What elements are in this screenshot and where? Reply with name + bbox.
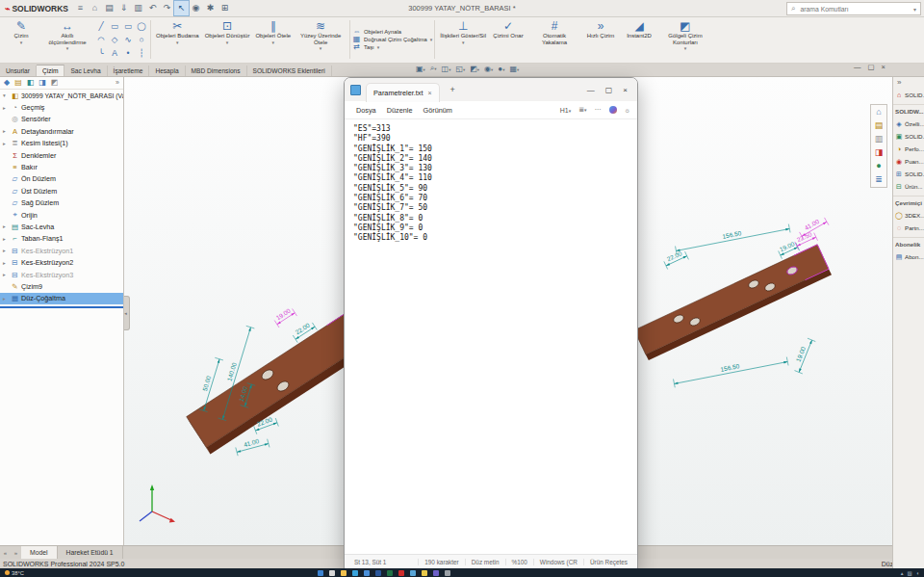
ribbon-hızlı-çizim[interactable]: »Hızlı Çizim [581,17,620,62]
taskpane-item-puan[interactable]: ◉Puan... [893,155,924,168]
dimension-41.00[interactable]: 41.00 [235,435,270,456]
expand-arrow-icon[interactable]: ▸ [3,141,9,146]
network-icon[interactable]: ▧ [907,570,911,576]
custom-properties-icon[interactable]: ≣ [875,174,883,185]
tab-i-şaretleme[interactable]: İşaretleme [108,66,150,76]
ribbon-instant2d[interactable]: ◢Instant2D [620,17,658,62]
taskbar-icon-solidworks[interactable] [398,570,404,576]
tree-item-bakır[interactable]: ≡Bakır [0,161,123,172]
save-icon[interactable]: ⇓ [116,1,131,15]
tree-item-taban-flanş1[interactable]: ▸⌐Taban-Flanş1 [0,233,123,245]
ribbon-taşı[interactable]: ⇄Taşı▾ [352,44,432,50]
tree-item-çizim9[interactable]: ✎Çizim9 [0,280,123,292]
ribbon-çizimi-onar[interactable]: ✓Çizimi Onar [489,17,527,62]
tree-item-sac-levha[interactable]: ▸▤Sac-Levha [0,221,123,232]
menu-dosya[interactable]: Dosya [351,104,381,117]
tree-pane-expand-icon[interactable]: » [116,79,119,86]
view-orientation-icon[interactable]: ◱▾ [455,65,465,73]
menu-gorunum[interactable]: Görünüm [418,104,456,117]
dimxpert-manager-icon[interactable]: ◨ [38,78,46,87]
command-search[interactable]: ⌕ ▾ [786,2,921,15]
previous-icon[interactable]: « [0,546,11,559]
tree-item-kesim-listesi-1[interactable]: ▸≣Kesim listesi(1) [0,138,123,149]
tree-item-orijin[interactable]: ⌖Orijin [0,209,123,221]
ribbon-çizim[interactable]: ✎Çizim▾ [2,17,40,62]
dimension-19.00[interactable]: 19.00 [272,305,297,328]
expand-arrow-icon[interactable]: ▸ [3,272,9,277]
tree-item-kes-ekstrüzyon2[interactable]: ▸⊟Kes-Ekstrüzyon2 [0,256,123,268]
tab-solidworks-eklentileri[interactable]: SOLIDWORKS Eklentileri [247,66,332,76]
taskpane-item-3dex[interactable]: ◯3DEX... [893,209,924,222]
taskbar-weather[interactable]: 38°C [0,570,24,576]
taskpane-item-perfo[interactable]: ◑Perfo... [893,143,924,155]
print-icon[interactable]: ▥ [131,1,145,15]
dimension-156.50[interactable]: 156.50 [675,221,790,255]
taskbar-icon-chrome[interactable] [422,570,427,576]
settings-icon[interactable]: ✱ [203,1,218,15]
taskbar-icon-notepad[interactable] [410,570,416,576]
tree-item-ön-düzlem[interactable]: ▱Ön Düzlem [0,173,123,185]
rebuild-icon[interactable]: ◉ [189,1,203,15]
file-explorer-icon[interactable]: ▥ [875,134,884,144]
right-bar-top-face[interactable] [634,245,829,354]
property-manager-icon[interactable]: ▤ [14,78,22,87]
display-manager-icon[interactable]: ◩ [51,78,59,87]
tab-close-icon[interactable]: × [428,90,432,96]
more-icon[interactable]: ⋯ [595,106,602,114]
taskpane-item-ürün[interactable]: ⊟Ürün... [893,180,924,193]
circle-icon[interactable]: ◯ [135,19,148,33]
close-icon[interactable]: × [882,63,886,71]
dimension-19.00[interactable]: 19.00 [791,337,816,374]
ribbon-otomatik-yakalama[interactable]: #Otomatik Yakalama [527,17,581,62]
dimension-22.00[interactable]: 22.00 [662,249,688,270]
tab-mbd-dimensions[interactable]: MBD Dimensions [186,66,247,76]
appearances-icon[interactable]: ● [876,161,881,171]
settings-icon[interactable]: ☼ [625,107,630,114]
ribbon-doğrusal-çizim-çoğaltma[interactable]: ▦Doğrusal Çizim Çoğaltma▾ [352,37,432,42]
taskpane-item-özelli[interactable]: ◈Özelli... [893,118,924,130]
ribbon-yüzey-üzerinde-ötele[interactable]: ≋Yüzey Üzerinde Ötele▾ [294,17,347,62]
configuration-manager-icon[interactable]: ◧ [27,78,35,87]
taskbar-icon-settings[interactable] [445,570,450,576]
redo-icon[interactable]: ↷ [160,1,174,15]
tab-unsurlar[interactable]: Unsurlar [0,66,37,76]
expand-arrow-icon[interactable]: ▸ [3,223,9,229]
arc-icon[interactable]: ◠ [94,33,108,46]
ribbon-objeleri-budama[interactable]: ✂Objeleri Budama▾ [153,17,202,62]
tab-çizim[interactable]: Çizim [37,65,64,76]
expand-arrow-icon[interactable]: ▸ [3,260,9,266]
ribbon-objeleri-aynala[interactable]: ⇔Objeleri Aynala [352,29,432,35]
expand-arrow-icon[interactable]: ▸ [3,296,9,302]
ribbon-gölgeli-çizim-konturları[interactable]: ◩Gölgeli Çizim Konturları▾ [658,17,712,62]
undo-icon[interactable]: ↶ [145,1,160,15]
view-palette-icon[interactable]: ◨ [875,147,884,158]
design-library-icon[interactable]: ▤ [875,120,884,131]
tree-item-sağ-düzlem[interactable]: ▱Sağ Düzlem [0,197,123,209]
restore-icon[interactable]: ▢ [868,63,875,71]
tab-hesapla[interactable]: Hesapla [149,66,185,76]
task-pane-expander[interactable]: » [893,76,924,89]
polygon-icon[interactable]: ◇ [108,33,121,46]
dimension-156.50[interactable]: 156.50 [673,354,788,388]
tree-item-denklemler[interactable]: ΣDenklemler [0,149,123,161]
expand-arrow-icon[interactable]: ▸ [3,248,9,253]
close-icon[interactable]: × [623,86,628,94]
hide-show-icon[interactable]: ◉▾ [484,65,493,73]
tree-item-detaylandırmalar[interactable]: ▸ADetaylandırmalar [0,125,123,137]
taskbar-icon-start[interactable] [318,570,323,576]
point-icon[interactable]: • [121,46,135,60]
taskbar-icon-mail[interactable] [364,570,370,576]
heading-icon[interactable]: H1▾ [560,107,571,114]
menu-duzenle[interactable]: Düzenle [382,104,418,117]
slot-icon[interactable]: ▭ [121,19,135,33]
construction-icon[interactable]: ┆ [135,46,148,60]
minimize-icon[interactable]: — [854,63,861,71]
next-icon[interactable]: » [11,546,21,559]
taskbar-icon-teams[interactable] [433,570,439,576]
notepad-file-tab[interactable]: Parametreler.txt × [366,83,440,102]
ribbon-objeleri-dönüştür[interactable]: ⊡Objeleri Dönüştür▾ [202,17,253,62]
ribbon-i-lişkileri-göster-sil[interactable]: ⊥İlişkileri Göster/Sil▾ [437,17,489,62]
edit-appearance-icon[interactable]: ●▾ [498,65,504,73]
left-bar-top-face[interactable] [187,312,369,448]
ribbon-objeleri-ötele[interactable]: ∥Objeleri Ötele▾ [252,17,294,62]
